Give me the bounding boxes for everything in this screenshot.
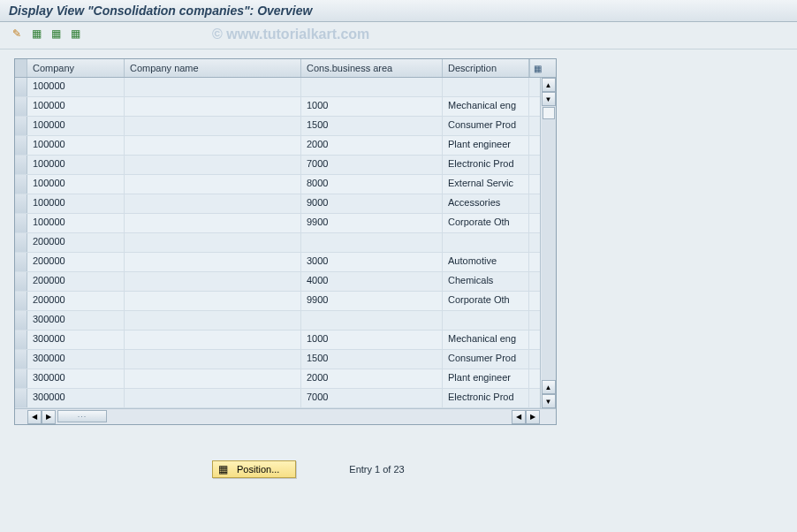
cell-name[interactable] (125, 97, 301, 116)
cell-company[interactable]: 300000 (27, 331, 125, 349)
cell-description[interactable]: Corporate Oth (443, 292, 529, 310)
table-row[interactable]: 1000001500Consumer Prod (15, 117, 540, 136)
toolbar-btn-3[interactable]: ▦ (48, 26, 64, 42)
cell-name[interactable] (125, 272, 301, 291)
col-header-business-area[interactable]: Cons.business area (301, 59, 443, 77)
row-selector[interactable] (15, 389, 27, 407)
cell-business-area[interactable]: 9900 (301, 292, 443, 310)
cell-company[interactable]: 100000 (27, 194, 125, 213)
cell-company[interactable]: 100000 (27, 117, 125, 135)
cell-description[interactable]: Consumer Prod (443, 117, 529, 135)
scroll-down-end-icon[interactable]: ▼ (542, 394, 556, 408)
table-row[interactable]: 1000009000Accessories (15, 194, 540, 214)
cell-name[interactable] (125, 194, 301, 213)
table-row[interactable]: 3000002000Plant engineer (15, 369, 540, 389)
toolbar-btn-edit[interactable]: ✎ (9, 26, 25, 42)
cell-description[interactable] (443, 311, 529, 330)
cell-description[interactable]: Consumer Prod (443, 350, 529, 369)
scroll-thumb[interactable] (543, 107, 555, 119)
row-selector[interactable] (15, 311, 27, 330)
cell-business-area[interactable]: 9900 (301, 214, 443, 232)
cell-business-area[interactable]: 2000 (301, 136, 443, 155)
cell-name[interactable] (125, 78, 301, 96)
cell-name[interactable] (125, 214, 301, 232)
row-selector[interactable] (15, 331, 27, 349)
table-row[interactable]: 1000009900Corporate Oth (15, 214, 540, 233)
cell-description[interactable]: Plant engineer (443, 136, 529, 155)
hscroll-thumb[interactable]: ··· (57, 410, 107, 422)
cell-description[interactable]: Mechanical eng (443, 331, 529, 349)
row-selector[interactable] (15, 175, 27, 194)
cell-name[interactable] (125, 311, 301, 330)
cell-name[interactable] (125, 253, 301, 271)
toolbar-btn-4[interactable]: ▦ (67, 26, 83, 42)
cell-business-area[interactable] (301, 233, 443, 252)
table-row[interactable]: 2000003000Automotive (15, 253, 540, 272)
cell-name[interactable] (125, 136, 301, 155)
cell-description[interactable] (443, 233, 529, 252)
cell-business-area[interactable]: 9000 (301, 194, 443, 213)
scroll-up-icon[interactable]: ▲ (542, 78, 556, 92)
cell-name[interactable] (125, 175, 301, 194)
row-selector[interactable] (15, 156, 27, 174)
cell-name[interactable] (125, 233, 301, 252)
cell-company[interactable]: 300000 (27, 389, 125, 407)
hscroll-right-icon[interactable]: ▶ (42, 410, 56, 424)
cell-description[interactable]: Electronic Prod (443, 156, 529, 174)
cell-business-area[interactable]: 7000 (301, 389, 443, 407)
cell-name[interactable] (125, 331, 301, 349)
table-row[interactable]: 1000001000Mechanical eng (15, 97, 540, 117)
cell-description[interactable]: Chemicals (443, 272, 529, 291)
cell-company[interactable]: 300000 (27, 369, 125, 388)
cell-description[interactable]: Automotive (443, 253, 529, 271)
cell-company[interactable]: 100000 (27, 156, 125, 174)
row-selector[interactable] (15, 78, 27, 96)
cell-business-area[interactable]: 4000 (301, 272, 443, 291)
cell-business-area[interactable] (301, 78, 443, 96)
col-header-description[interactable]: Description (443, 59, 529, 77)
cell-company[interactable]: 300000 (27, 350, 125, 369)
cell-description[interactable]: Mechanical eng (443, 97, 529, 116)
cell-company[interactable]: 100000 (27, 175, 125, 194)
cell-name[interactable] (125, 156, 301, 174)
table-row[interactable]: 3000001000Mechanical eng (15, 331, 540, 350)
toolbar-btn-2[interactable]: ▦ (28, 26, 44, 42)
row-selector[interactable] (15, 97, 27, 116)
horizontal-scrollbar[interactable]: ◀ ▶ ··· ◀ ▶ (15, 408, 556, 424)
cell-company[interactable]: 100000 (27, 214, 125, 232)
hscroll-left2-icon[interactable]: ◀ (512, 410, 526, 424)
table-row[interactable]: 3000001500Consumer Prod (15, 350, 540, 369)
hscroll-right2-icon[interactable]: ▶ (526, 410, 540, 424)
row-selector[interactable] (15, 369, 27, 388)
grid-settings-icon[interactable]: ▦ (529, 59, 545, 77)
cell-description[interactable]: Corporate Oth (443, 214, 529, 232)
position-button[interactable]: ▦ Position... (212, 460, 296, 478)
col-header-name[interactable]: Company name (125, 59, 301, 77)
row-selector[interactable] (15, 136, 27, 155)
table-row[interactable]: 100000 (15, 78, 540, 97)
cell-company[interactable]: 300000 (27, 311, 125, 330)
row-selector[interactable] (15, 117, 27, 135)
cell-name[interactable] (125, 350, 301, 369)
cell-business-area[interactable]: 1500 (301, 350, 443, 369)
cell-company[interactable]: 200000 (27, 253, 125, 271)
hscroll-left-icon[interactable]: ◀ (27, 410, 42, 424)
cell-business-area[interactable]: 7000 (301, 156, 443, 174)
cell-business-area[interactable]: 1500 (301, 117, 443, 135)
table-row[interactable]: 2000004000Chemicals (15, 272, 540, 292)
row-selector[interactable] (15, 350, 27, 369)
row-selector[interactable] (15, 292, 27, 310)
row-selector[interactable] (15, 272, 27, 291)
cell-company[interactable]: 100000 (27, 136, 125, 155)
table-row[interactable]: 200000 (15, 233, 540, 253)
cell-business-area[interactable]: 3000 (301, 253, 443, 271)
cell-business-area[interactable]: 2000 (301, 369, 443, 388)
cell-business-area[interactable] (301, 311, 443, 330)
table-row[interactable]: 1000008000External Servic (15, 175, 540, 194)
cell-name[interactable] (125, 369, 301, 388)
row-selector[interactable] (15, 253, 27, 271)
cell-description[interactable]: Accessories (443, 194, 529, 213)
table-row[interactable]: 1000002000Plant engineer (15, 136, 540, 156)
cell-name[interactable] (125, 389, 301, 407)
cell-name[interactable] (125, 292, 301, 310)
